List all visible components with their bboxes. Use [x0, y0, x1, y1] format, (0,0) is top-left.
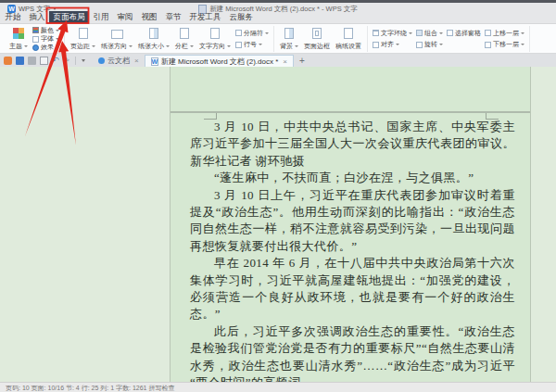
chevron-down-icon — [521, 32, 524, 34]
text-wrap-button[interactable]: 文字环绕 — [373, 29, 412, 37]
divider — [75, 57, 76, 65]
text-direction-button[interactable]: 文字方向 — [196, 26, 234, 52]
theme-group: 主题 颜色 字体 效果 — [4, 26, 65, 52]
chevron-down-icon — [265, 32, 269, 34]
chevron-down-icon — [56, 30, 59, 32]
page-break-icon — [235, 30, 242, 36]
font-icon — [32, 36, 39, 43]
paper-size-button[interactable]: 纸张大小 — [135, 26, 172, 52]
selection-pane-icon — [447, 30, 453, 36]
columns-button[interactable]: 分栏 — [172, 26, 196, 52]
chevron-down-icon — [24, 45, 28, 47]
rotate-icon — [416, 42, 423, 48]
background-icon — [284, 28, 294, 39]
word-doc-icon: W — [151, 57, 158, 66]
document-canvas: 3 月 10 日，中共中央总书记、国家主席、中央军委主席习近平参加十三届全国人大… — [0, 67, 556, 382]
cloud-doc-icon — [98, 57, 105, 64]
chevron-down-icon — [166, 45, 170, 47]
document-tab-bar: 云文档 × W 新建 Microsoft Word 文档 (2).docx * … — [93, 54, 310, 67]
chevron-down-icon — [227, 45, 231, 47]
bring-forward-icon — [485, 30, 491, 36]
tab-references[interactable]: 引用 — [89, 11, 113, 23]
theme-effect-button[interactable]: 效果 — [32, 44, 59, 52]
tab-section[interactable]: 章节 — [161, 11, 185, 23]
paragraph[interactable]: 3 月 10 日上午，习近平在重庆代表团参加审议时着重提及“政治生态”。他用生动… — [190, 187, 515, 256]
tab-developer[interactable]: 开发工具 — [185, 11, 225, 23]
chevron-down-icon — [439, 32, 443, 34]
grid-paper-icon — [344, 28, 353, 39]
quick-access-row: ↶ ↷ 云文档 × W 新建 Microsoft Word 文档 (2).doc… — [0, 54, 556, 67]
theme-color-button[interactable]: 颜色 — [32, 26, 59, 34]
chevron-down-icon — [53, 7, 57, 10]
paragraph[interactable]: 3 月 10 日，中共中央总书记、国家主席、中央军委主席习近平参加十三届全国人大… — [190, 119, 515, 170]
columns-icon — [180, 28, 189, 39]
page-border-button[interactable]: 页面边框 — [301, 26, 333, 52]
effects-icon — [32, 44, 39, 51]
doc-tab-cloud[interactable]: 云文档 × — [93, 55, 145, 67]
selection-pane-button[interactable]: 选择窗格 — [447, 29, 481, 37]
chevron-down-icon — [409, 32, 412, 34]
chevron-down-icon — [259, 44, 262, 45]
page-border-icon — [312, 28, 322, 39]
text-direction-icon — [210, 28, 220, 39]
chevron-down-icon — [129, 45, 133, 47]
paper-size-icon — [149, 28, 158, 39]
status-bar: 页码: 10 页面: 10/16 节: 4 行: 25 列: 1 字数: 126… — [0, 382, 556, 392]
line-numbers-button[interactable]: 行号 — [235, 41, 269, 49]
align-icon — [373, 42, 379, 48]
theme-font-button[interactable]: 字体 — [32, 35, 59, 44]
line-numbers-icon — [235, 42, 242, 48]
paragraph[interactable]: 早在 2014 年 6 月，在十八届中共中央政治局第十六次集体学习时，习近平就高… — [190, 255, 515, 323]
rotate-button[interactable]: 旋转 — [416, 41, 443, 49]
spacer — [447, 41, 481, 49]
qat-more-dropdown-icon[interactable] — [82, 59, 85, 62]
send-backward-button[interactable]: 下移一层 — [485, 41, 524, 49]
tab-home[interactable]: 开始 — [1, 11, 25, 23]
arrange-group: 文字环绕 对齐 组合 旋转 选择窗格 — [368, 26, 530, 52]
chevron-down-icon — [521, 44, 524, 45]
doc-tab-current[interactable]: W 新建 Microsoft Word 文档 (2).docx * × — [145, 55, 294, 67]
align-button[interactable]: 对齐 — [373, 41, 412, 49]
text-wrap-icon — [373, 30, 379, 36]
save-icon[interactable] — [16, 57, 24, 65]
tab-page-layout[interactable]: 页面布局 — [49, 11, 89, 23]
ribbon-tab-bar: 开始 插入 页面布局 引用 审阅 视图 章节 开发工具 云服务 — [1, 11, 258, 23]
tab-review[interactable]: 审阅 — [113, 11, 137, 23]
redo-icon[interactable]: ↷ — [63, 57, 70, 65]
status-info: 页码: 10 页面: 10/16 节: 4 行: 25 列: 1 字数: 126… — [6, 385, 174, 391]
paragraph[interactable]: “蓬生麻中，不扶而直；白沙在涅，与之俱黑。” — [190, 170, 515, 186]
chevron-down-icon — [92, 45, 95, 47]
chevron-down-icon — [295, 45, 298, 47]
orientation-icon — [111, 30, 123, 39]
tab-cloud[interactable]: 云服务 — [225, 11, 258, 23]
close-icon[interactable]: × — [134, 57, 139, 65]
group-button[interactable]: 组合 — [416, 29, 443, 37]
undo-icon[interactable]: ↶ — [52, 57, 59, 65]
chevron-down-icon — [190, 45, 194, 47]
margins-button[interactable]: 页边距 — [68, 26, 98, 52]
background-button[interactable]: 背景 — [277, 26, 301, 52]
chevron-down-icon — [396, 44, 399, 45]
chevron-down-icon — [439, 44, 443, 45]
group-icon — [416, 30, 423, 36]
theme-button[interactable]: 主题 — [6, 26, 31, 52]
ribbon-page-layout: 主题 颜色 字体 效果 页边距 纸张方向 — [0, 24, 556, 54]
new-document-icon[interactable] — [4, 57, 12, 65]
tab-insert[interactable]: 插入 — [25, 11, 49, 23]
page-background-group: 背景 页面边框 稿纸设置 — [274, 26, 368, 52]
close-icon[interactable]: × — [283, 57, 287, 66]
theme-icon — [13, 28, 24, 39]
grid-paper-button[interactable]: 稿纸设置 — [333, 26, 364, 52]
chevron-down-icon — [56, 46, 59, 48]
print-icon[interactable] — [28, 57, 36, 65]
bring-forward-button[interactable]: 上移一层 — [485, 29, 524, 37]
document-text: 3 月 10 日，中共中央总书记、国家主席、中央军委主席习近平参加十三届全国人大… — [190, 119, 515, 392]
print-preview-icon[interactable] — [40, 57, 48, 65]
margins-icon — [79, 28, 88, 39]
new-tab-button[interactable]: + — [294, 56, 310, 66]
document-page[interactable]: 3 月 10 日，中共中央总书记、国家主席、中央军委主席习近平参加十三届全国人大… — [170, 67, 531, 382]
orientation-button[interactable]: 纸张方向 — [98, 26, 135, 52]
palette-icon — [32, 27, 39, 33]
tab-view[interactable]: 视图 — [137, 11, 161, 23]
breaks-button[interactable]: 分隔符 — [235, 29, 269, 37]
